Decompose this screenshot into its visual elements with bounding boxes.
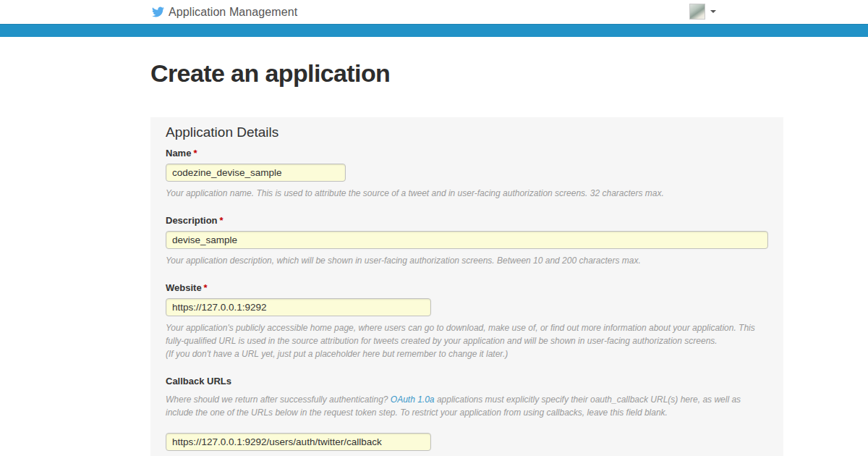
field-group-name: Name* Your application name. This is use… [166,148,768,200]
application-details-panel: Application Details Name* Your applicati… [150,117,783,456]
name-help: Your application name. This is used to a… [166,187,768,200]
required-marker: * [193,148,197,159]
name-label: Name* [166,148,768,159]
chevron-down-icon [710,10,716,13]
name-label-text: Name [166,148,191,159]
panel-title: Application Details [166,124,768,140]
accent-bar [0,24,868,37]
app-title: Application Management [169,6,297,19]
oauth-link[interactable]: OAuth 1.0a [391,394,435,405]
field-group-description: Description* Your application descriptio… [166,216,768,267]
required-marker: * [220,215,224,226]
account-menu[interactable] [689,4,716,20]
website-help-note: (If you don't have a URL yet, just put a… [166,347,768,360]
name-input[interactable] [166,164,346,182]
callback-label: Callback URLs [166,376,768,387]
twitter-logo-icon [150,6,166,18]
field-group-website: Website* Your application's publicly acc… [166,283,768,360]
website-input[interactable] [166,298,431,316]
callback-help-before: Where should we return after successfull… [166,394,391,405]
top-header: Application Management [0,0,868,24]
description-input[interactable] [166,231,768,249]
callback-help: Where should we return after successfull… [166,393,768,419]
user-avatar-icon[interactable] [689,4,705,20]
description-label-text: Description [166,215,218,226]
field-group-callback: Callback URLs Where should we return aft… [166,376,768,456]
required-marker: * [204,282,208,293]
website-help: Your application's publicly accessible h… [166,321,768,347]
description-help: Your application description, which will… [166,254,768,267]
description-label: Description* [166,216,768,226]
website-label: Website* [166,283,768,293]
website-label-text: Website [166,282,202,293]
callback-label-text: Callback URLs [166,376,231,387]
page-title: Create an application [150,61,868,86]
brand[interactable]: Application Management [150,0,297,24]
callback-url-input[interactable] [166,433,431,451]
